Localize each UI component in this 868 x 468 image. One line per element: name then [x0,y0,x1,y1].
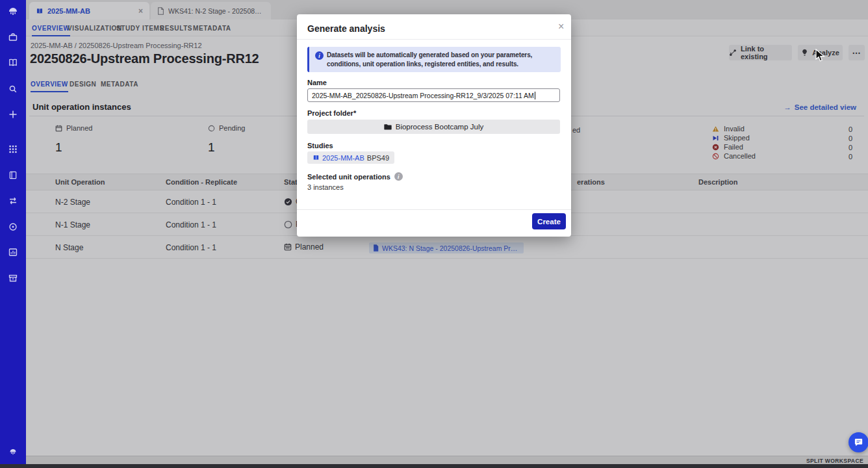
worksheet-doc-icon [373,244,379,252]
summary-invalid-value: 0 [849,125,852,133]
modal-footer-divider [297,209,571,210]
create-button[interactable]: Create [532,213,566,229]
selected-instances-text: 3 instances [307,183,344,191]
more-actions-button[interactable]: ⋯ [849,45,865,60]
notebook-book-icon[interactable] [8,57,18,68]
tab-label: 2025-MM-AB [47,7,90,15]
studies-label: Studies [307,142,333,150]
stat-planned-value: 1 [55,140,62,155]
tab-close-icon[interactable]: × [138,6,143,16]
analyze-button[interactable]: Analyze [798,45,843,60]
stat-planned: Planned [55,124,92,132]
subtab-design[interactable]: DESIGN [70,81,96,88]
project-folder-label: Project folder* [307,109,356,117]
page-title: 20250826-Upstream Processing-RR12 [30,51,259,66]
col-unit-operation: Unit Operation [55,178,105,186]
analyze-label: Analyze [812,49,839,57]
modal-header-divider [297,39,571,40]
stat-pending-value: 1 [208,140,215,155]
workflows-arrows-icon[interactable] [8,196,18,206]
tab-study[interactable]: 2025-MM-AB × [29,2,149,20]
section-title: Unit operation instances [32,102,131,112]
selected-unit-operations-label: Selected unit operations i [307,172,403,181]
tab-label: WKS41: N-2 Stage - 20250826-Ups... [168,7,264,15]
circle-icon [208,125,215,132]
more-icon: ⋯ [852,48,862,58]
text-caret [535,92,535,99]
study-book-icon [36,7,44,15]
worksheet-icon [157,7,164,15]
help-icon[interactable]: i [394,172,403,181]
warning-triangle-icon [712,125,719,133]
calendar-icon [284,243,292,251]
nav-tab-study-items[interactable]: STUDY ITEMS [116,25,164,32]
cell-condition: Condition 1 - 1 [166,243,216,252]
app-logo-icon[interactable] [6,5,19,18]
cell-status: Planned [284,242,324,252]
arrow-right-icon: → [784,103,791,111]
info-banner-text: Datasets will be automatically generated… [327,51,555,68]
nav-tab-visualization[interactable]: VISUALIZATION [68,25,122,32]
summary-failed-value: 0 [849,144,852,151]
failed-circle-icon [712,144,719,151]
storage-archive-icon[interactable] [8,273,18,283]
create-plus-icon[interactable] [8,109,18,120]
nav-tab-metadata[interactable]: METADATA [193,25,231,32]
see-detailed-view-link[interactable]: → See detailed view [784,103,856,111]
registry-icon[interactable] [8,222,18,232]
modal-title: Generate analysis [307,23,385,34]
cell-unit-operation: N Stage [55,243,83,252]
subtab-overview[interactable]: OVERVIEW [31,81,68,92]
pending-circle-icon [284,220,292,229]
chat-bubble-icon [854,437,863,447]
study-chip-link[interactable]: 2025-MM-AB [322,154,364,162]
study-chip[interactable]: 2025-MM-AB BPS49 [307,151,394,164]
search-icon[interactable] [8,84,18,94]
name-input-value: 2025-MM-AB_20250826-Upstream Processing-… [312,92,534,99]
cell-condition: Condition 1 - 1 [166,198,216,207]
split-workspace-bar[interactable]: SPLIT WORKSPACE [26,456,868,464]
apps-grid-icon[interactable] [8,144,18,154]
name-label: Name [307,79,327,86]
stat-hidden-fragment: ed [572,126,580,134]
insights-chart-icon[interactable] [8,247,18,257]
study-chip-code: BPS49 [367,154,389,162]
stat-pending: Pending [208,124,245,132]
study-book-icon [313,154,320,161]
info-icon: i [315,51,324,60]
skip-icon [712,135,719,142]
bottom-strip [0,464,868,468]
cell-condition: Condition 1 - 1 [166,220,216,229]
project-folder-button[interactable]: Bioprocess Bootcamp July [307,120,560,134]
col-condition-replicate: Condition - Replicate [166,178,237,186]
link-to-existing-label: Link to existing [741,45,792,60]
summary-failed: Failed [712,143,743,151]
subtab-metadata[interactable]: METADATA [101,81,138,88]
folder-icon [384,124,392,130]
col-operations-fragment: erations [577,178,605,186]
info-banner: i Datasets will be automatically generat… [307,47,561,72]
worksheet-link-chip[interactable]: WKS43: N Stage - 20250826-Upstream Proce… [369,242,524,254]
check-circle-icon [284,198,292,206]
modal-close-icon[interactable]: × [558,21,564,32]
cell-unit-operation: N-1 Stage [55,220,90,229]
generate-analysis-modal: Generate analysis × i Datasets will be a… [297,14,571,237]
cancelled-icon [712,153,719,160]
worksheets-journal-icon[interactable] [8,170,18,180]
link-icon [729,49,737,57]
breadcrumb[interactable]: 2025-MM-AB / 20250826-Upstream Processin… [31,42,202,49]
link-to-existing-button[interactable]: Link to existing [729,45,792,60]
split-workspace-label: SPLIT WORKSPACE [806,458,863,464]
tab-worksheet[interactable]: WKS41: N-2 Stage - 20250826-Ups... [151,2,271,20]
summary-skipped-value: 0 [849,135,852,142]
summary-skipped: Skipped [712,134,750,142]
name-input[interactable]: 2025-MM-AB_20250826-Upstream Processing-… [307,88,560,102]
summary-cancelled-value: 0 [849,153,852,161]
chat-fab-button[interactable] [849,432,868,452]
nav-tab-overview[interactable]: OVERVIEW [32,25,70,36]
nav-tab-results[interactable]: RESULTS [160,25,192,32]
projects-briefcase-icon[interactable] [8,32,18,42]
app-logo-bottom-icon[interactable] [8,447,18,457]
summary-cancelled: Cancelled [712,152,756,160]
lightbulb-icon [801,49,808,57]
